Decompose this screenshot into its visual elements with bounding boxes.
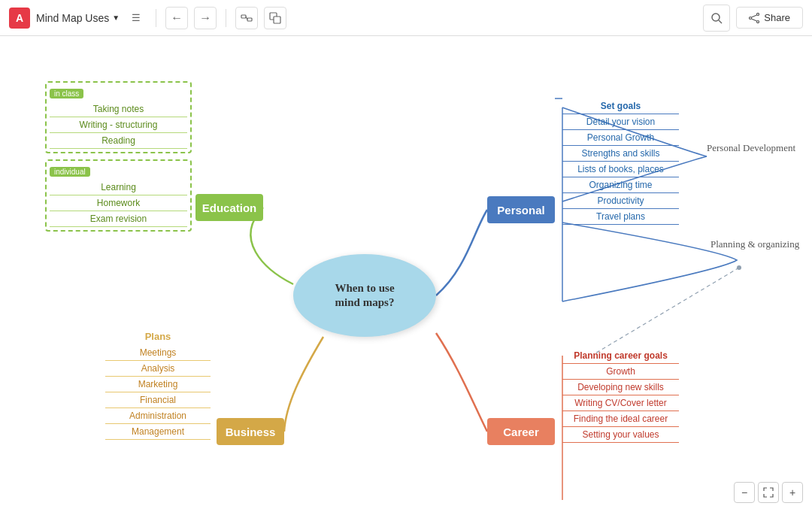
- connect-button[interactable]: [235, 7, 258, 29]
- biz-leaf-2[interactable]: Marketing: [105, 377, 211, 392]
- undo-button[interactable]: ←: [165, 7, 188, 29]
- node-career[interactable]: Career: [487, 418, 555, 445]
- svg-point-18: [737, 265, 741, 270]
- logo-icon: A: [16, 12, 23, 24]
- business-leaves-group: Plans Meetings Analysis Marketing Financ…: [105, 331, 211, 440]
- central-node: When to use mind maps?: [293, 254, 436, 337]
- personal-leaves-group: Set goals Detail your vision Personal Gr…: [562, 98, 679, 225]
- personal-leaf-2[interactable]: Personal Growth: [562, 130, 679, 146]
- career-leaf-2[interactable]: Developing new skills: [562, 380, 679, 395]
- biz-leaf-4[interactable]: Administration: [105, 408, 211, 424]
- edu-leaf-5[interactable]: Exam revision: [50, 211, 187, 227]
- logo-button[interactable]: A: [9, 8, 30, 29]
- edu-box-individual: individual Learning Homework Exam revisi…: [45, 159, 192, 232]
- toolbar: A Mind Map Uses ▼ ☰ ← → Share: [0, 0, 812, 36]
- redo-button[interactable]: →: [194, 7, 217, 29]
- education-leaves-group: in class Taking notes Writing - structur…: [45, 81, 192, 238]
- personal-leaf-7[interactable]: Travel plans: [562, 209, 679, 225]
- separator2: [226, 9, 226, 27]
- career-leaf-5[interactable]: Setting your values: [562, 427, 679, 443]
- career-leaf-1[interactable]: Growth: [562, 364, 679, 380]
- personal-leaf-4[interactable]: Lists of books, places: [562, 162, 679, 177]
- edu-leaf-3[interactable]: Learning: [50, 180, 187, 195]
- svg-point-7: [757, 13, 759, 15]
- svg-line-6: [719, 20, 722, 23]
- annotation-planning: Planning & organizing: [710, 238, 799, 251]
- svg-line-10: [752, 15, 757, 17]
- share-label: Share: [764, 12, 790, 23]
- personal-leaf-0[interactable]: Set goals: [562, 98, 679, 114]
- node-business[interactable]: Business: [217, 418, 284, 445]
- edu-tag-inclass: in class: [50, 89, 83, 98]
- svg-rect-4: [274, 17, 280, 23]
- zoom-fit-button[interactable]: [758, 482, 779, 503]
- zoom-in-button[interactable]: +: [782, 482, 803, 503]
- canvas[interactable]: When to use mind maps? Personal Educatio…: [0, 36, 812, 512]
- menu-button[interactable]: ☰: [126, 8, 147, 29]
- biz-leaf-3[interactable]: Financial: [105, 392, 211, 408]
- career-leaves-group: Planning career goals Growth Developing …: [562, 348, 679, 443]
- edu-leaf-1[interactable]: Writing - structuring: [50, 117, 187, 133]
- svg-line-17: [594, 268, 739, 354]
- share-button[interactable]: Share: [736, 7, 803, 29]
- biz-leaf-1[interactable]: Analysis: [105, 361, 211, 377]
- personal-leaf-5[interactable]: Organizing time: [562, 177, 679, 193]
- edu-box-inclass: in class Taking notes Writing - structur…: [45, 81, 192, 153]
- biz-leaf-5[interactable]: Management: [105, 424, 211, 440]
- edu-leaf-4[interactable]: Homework: [50, 195, 187, 211]
- clone-button[interactable]: [264, 7, 286, 29]
- career-leaf-4[interactable]: Finding the ideal career: [562, 411, 679, 427]
- svg-line-11: [752, 19, 757, 21]
- career-leaf-3[interactable]: Writing CV/Cover letter: [562, 395, 679, 411]
- biz-leaf-0[interactable]: Meetings: [105, 345, 211, 361]
- svg-rect-1: [247, 18, 252, 21]
- personal-leaf-6[interactable]: Productivity: [562, 193, 679, 209]
- node-education[interactable]: Education: [195, 194, 263, 221]
- svg-rect-0: [241, 15, 246, 18]
- zoom-out-button[interactable]: −: [734, 482, 755, 503]
- edu-leaf-2[interactable]: Reading: [50, 133, 187, 149]
- zoom-controls: − +: [734, 482, 803, 503]
- business-section-label: Plans: [105, 331, 211, 342]
- annotation-personal-dev: Personal Development: [707, 141, 795, 155]
- edu-tag-individual: individual: [50, 167, 90, 177]
- career-leaf-0[interactable]: Planning career goals: [562, 348, 679, 364]
- separator: [156, 9, 156, 27]
- node-personal[interactable]: Personal: [487, 196, 555, 223]
- personal-leaf-1[interactable]: Detail your vision: [562, 114, 679, 130]
- edu-leaf-0[interactable]: Taking notes: [50, 101, 187, 117]
- app-title[interactable]: Mind Map Uses ▼: [36, 12, 120, 24]
- search-button[interactable]: [703, 5, 730, 32]
- personal-leaf-3[interactable]: Strengths and skills: [562, 146, 679, 162]
- svg-point-9: [750, 17, 752, 19]
- svg-point-5: [712, 14, 720, 21]
- svg-point-8: [757, 20, 759, 23]
